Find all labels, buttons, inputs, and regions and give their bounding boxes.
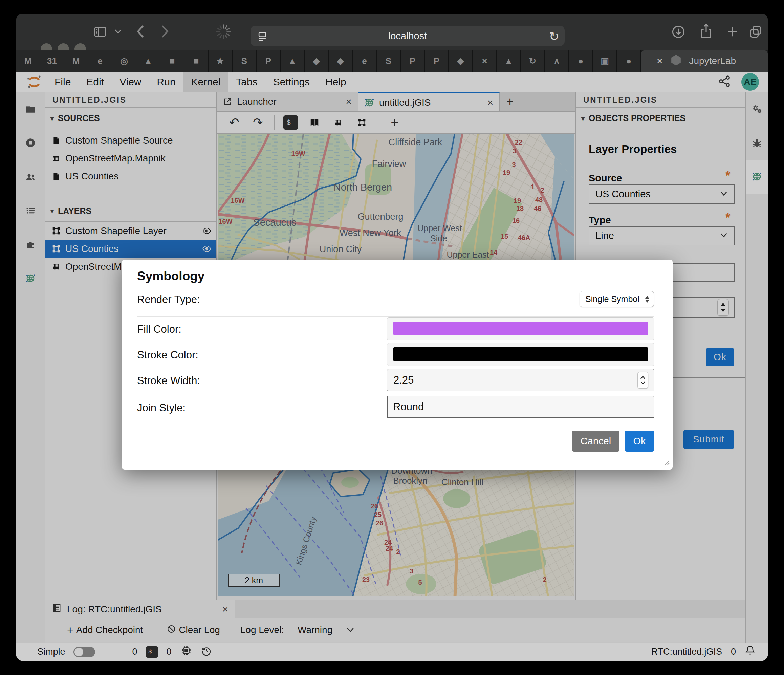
resize-handle-icon[interactable] — [663, 458, 670, 467]
stroke-color-label: Stroke Color: — [137, 349, 198, 361]
stroke-width-label: Stroke Width: — [137, 375, 200, 387]
new-tab-icon[interactable] — [726, 25, 739, 40]
refresh-icon[interactable]: ↻ — [549, 30, 559, 44]
pinned-tab-favicon[interactable]: ∧ — [545, 50, 569, 72]
dialog-title: Symbology — [137, 269, 204, 283]
share-icon[interactable] — [699, 23, 714, 40]
pinned-tab-favicon[interactable]: ◎ — [112, 50, 137, 72]
hexagon-icon — [670, 54, 682, 68]
pinned-tab-favicon[interactable]: 31 — [40, 50, 64, 72]
browser-tab-jupyterlab[interactable]: × JupyterLab — [641, 50, 768, 72]
join-style-select[interactable]: Round — [387, 396, 654, 418]
pinned-tab-favicon[interactable]: ■ — [185, 50, 208, 72]
pinned-tab-favicon[interactable]: P — [257, 50, 281, 72]
pinned-tab-favicon[interactable]: ↻ — [521, 50, 545, 72]
pinned-tab-favicon[interactable]: ▲ — [281, 50, 305, 72]
downloads-icon[interactable] — [671, 24, 686, 40]
pinned-tab-favicon[interactable]: P — [401, 50, 425, 72]
pinned-tab-favicon[interactable]: e — [353, 50, 377, 72]
symbology-dialog: Symbology Render Type: Single Symbol Fil… — [122, 260, 673, 470]
pinned-tab-favicon[interactable]: S — [377, 50, 401, 72]
stepper-icon — [645, 296, 650, 303]
pinned-tab-favicon[interactable]: S — [233, 50, 257, 72]
pinned-tab-favicon[interactable]: ▲ — [137, 50, 160, 72]
address-bar[interactable]: localhost ↻ — [250, 26, 565, 46]
browser-tab-strip: M31Me◎▲■■★SP▲◆◆eSPP◆×▲↻∧●▣● × JupyterLab — [16, 50, 768, 72]
loading-spinner-icon — [215, 24, 232, 41]
render-type-label: Render Type: — [137, 294, 200, 306]
stroke-color-picker[interactable] — [387, 343, 654, 366]
forward-button[interactable] — [160, 24, 170, 40]
sidebar-toggle-icon[interactable] — [93, 26, 107, 39]
pinned-tabs: M31Me◎▲■■★SP▲◆◆eSPP◆×▲↻∧●▣● — [16, 50, 641, 72]
fill-color-label: Fill Color: — [137, 323, 182, 336]
jupyterlab-app: FileEditViewRunKernelTabsSettingsHelp AE… — [16, 72, 768, 661]
pinned-tab-favicon[interactable]: ★ — [208, 50, 233, 72]
stroke-width-input[interactable]: 2.25 — [387, 369, 654, 391]
pinned-tab-favicon[interactable]: ■ — [160, 50, 185, 72]
browser-toolbar: localhost ↻ — [16, 14, 768, 50]
screenshot-stage: localhost ↻ M31Me◎▲■■★SP▲◆◆eSPP◆×▲↻∧●▣● … — [0, 0, 784, 675]
pinned-tab-favicon[interactable]: ▣ — [593, 50, 617, 72]
stroke-color-swatch[interactable] — [394, 347, 648, 361]
pinned-tab-favicon[interactable]: ◆ — [329, 50, 353, 72]
pinned-tab-favicon[interactable]: × — [473, 50, 497, 72]
pinned-tab-favicon[interactable]: ▲ — [497, 50, 521, 72]
pinned-tab-favicon[interactable]: ◆ — [449, 50, 473, 72]
tab-overview-icon[interactable] — [748, 24, 763, 40]
cancel-button[interactable]: Cancel — [572, 431, 619, 452]
pinned-tab-favicon[interactable]: ● — [569, 50, 593, 72]
pinned-tab-favicon[interactable]: M — [64, 50, 89, 72]
stroke-width-stepper[interactable] — [638, 372, 648, 389]
pinned-tab-favicon[interactable]: ● — [617, 50, 641, 72]
reader-view-icon[interactable] — [257, 31, 268, 44]
back-button[interactable] — [135, 24, 146, 40]
render-type-select[interactable]: Single Symbol — [580, 291, 654, 307]
ok-button[interactable]: Ok — [625, 431, 654, 452]
url-text: localhost — [388, 31, 427, 42]
pinned-tab-favicon[interactable]: e — [89, 50, 112, 72]
tab-title: JupyterLab — [689, 56, 736, 66]
join-style-label: Join Style: — [137, 402, 185, 414]
fill-color-swatch[interactable] — [394, 322, 648, 335]
pinned-tab-favicon[interactable]: ◆ — [305, 50, 329, 72]
pinned-tab-favicon[interactable]: M — [16, 50, 40, 72]
pinned-tab-favicon[interactable]: P — [425, 50, 449, 72]
fill-color-picker[interactable] — [387, 317, 654, 340]
close-tab-icon[interactable]: × — [657, 55, 663, 67]
browser-window: localhost ↻ M31Me◎▲■■★SP▲◆◆eSPP◆×▲↻∧●▣● … — [16, 14, 768, 661]
chevron-down-icon[interactable] — [114, 28, 123, 37]
